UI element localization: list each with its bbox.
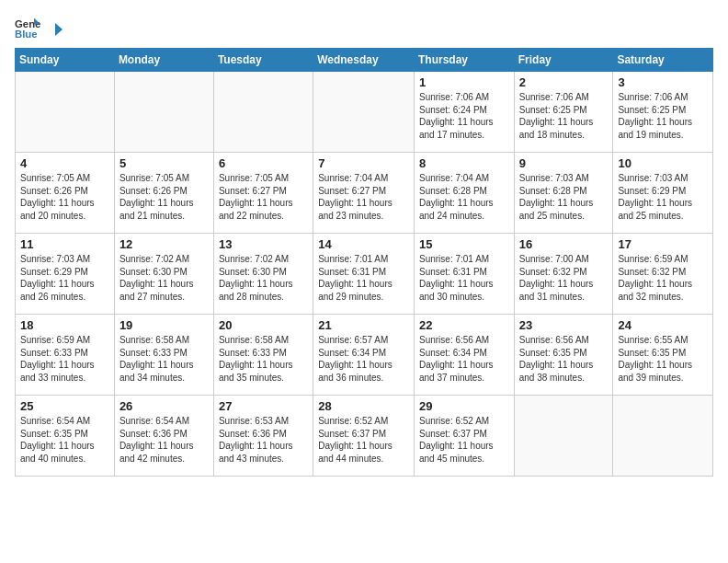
calendar-cell: 21Sunrise: 6:57 AMSunset: 6:34 PMDayligh… [313,315,415,396]
calendar-cell: 24Sunrise: 6:55 AMSunset: 6:35 PMDayligh… [613,315,713,396]
calendar-cell: 14Sunrise: 7:01 AMSunset: 6:31 PMDayligh… [313,234,415,315]
calendar-week-row: 4Sunrise: 7:05 AMSunset: 6:26 PMDaylight… [16,153,713,234]
day-number: 2 [519,75,609,89]
svg-marker-3 [55,23,63,36]
day-number: 27 [219,399,308,413]
calendar-cell: 9Sunrise: 7:03 AMSunset: 6:28 PMDaylight… [514,153,613,234]
day-info: Sunrise: 6:54 AMSunset: 6:35 PMDaylight:… [20,415,109,465]
calendar-cell [114,72,213,153]
day-number: 26 [119,399,209,413]
calendar-cell: 2Sunrise: 7:06 AMSunset: 6:25 PMDaylight… [514,72,613,153]
calendar-cell [313,72,415,153]
header-thursday: Thursday [414,49,514,72]
logo-arrow-icon [46,21,63,38]
day-number: 4 [20,156,109,170]
day-number: 13 [219,237,308,251]
day-number: 16 [519,237,609,251]
day-info: Sunrise: 7:03 AMSunset: 6:29 PMDaylight:… [20,253,109,303]
calendar-cell: 3Sunrise: 7:06 AMSunset: 6:25 PMDaylight… [613,72,713,153]
header: General Blue [15,15,713,40]
calendar-cell: 19Sunrise: 6:58 AMSunset: 6:33 PMDayligh… [114,315,213,396]
day-info: Sunrise: 7:03 AMSunset: 6:29 PMDaylight:… [618,172,708,222]
calendar-cell: 4Sunrise: 7:05 AMSunset: 6:26 PMDaylight… [16,153,115,234]
day-number: 12 [119,237,209,251]
calendar-cell: 25Sunrise: 6:54 AMSunset: 6:35 PMDayligh… [16,396,115,477]
calendar-cell: 18Sunrise: 6:59 AMSunset: 6:33 PMDayligh… [16,315,115,396]
calendar-cell: 6Sunrise: 7:05 AMSunset: 6:27 PMDaylight… [213,153,313,234]
logo: General Blue [15,15,63,40]
day-info: Sunrise: 7:02 AMSunset: 6:30 PMDaylight:… [119,253,209,303]
header-sunday: Sunday [16,49,115,72]
day-info: Sunrise: 6:56 AMSunset: 6:35 PMDaylight:… [519,334,609,384]
day-number: 23 [519,318,609,332]
header-tuesday: Tuesday [213,49,313,72]
day-number: 25 [20,399,109,413]
day-info: Sunrise: 7:05 AMSunset: 6:26 PMDaylight:… [20,172,109,222]
header-saturday: Saturday [613,49,713,72]
day-info: Sunrise: 7:04 AMSunset: 6:28 PMDaylight:… [419,172,509,222]
calendar-cell: 5Sunrise: 7:05 AMSunset: 6:26 PMDaylight… [114,153,213,234]
day-number: 10 [618,156,708,170]
calendar-cell: 22Sunrise: 6:56 AMSunset: 6:34 PMDayligh… [414,315,514,396]
calendar-cell: 23Sunrise: 6:56 AMSunset: 6:35 PMDayligh… [514,315,613,396]
header-wednesday: Wednesday [313,49,415,72]
day-info: Sunrise: 7:00 AMSunset: 6:32 PMDaylight:… [519,253,609,303]
day-number: 21 [318,318,409,332]
logo-icon: General Blue [15,15,40,40]
day-number: 17 [618,237,708,251]
day-number: 28 [318,399,409,413]
day-info: Sunrise: 7:04 AMSunset: 6:27 PMDaylight:… [318,172,409,222]
day-info: Sunrise: 6:52 AMSunset: 6:37 PMDaylight:… [419,415,509,465]
day-number: 3 [618,75,708,89]
day-info: Sunrise: 6:59 AMSunset: 6:33 PMDaylight:… [20,334,109,384]
day-info: Sunrise: 6:57 AMSunset: 6:34 PMDaylight:… [318,334,409,384]
header-friday: Friday [514,49,613,72]
day-number: 5 [119,156,209,170]
day-info: Sunrise: 7:01 AMSunset: 6:31 PMDaylight:… [419,253,509,303]
day-info: Sunrise: 6:56 AMSunset: 6:34 PMDaylight:… [419,334,509,384]
calendar-cell: 28Sunrise: 6:52 AMSunset: 6:37 PMDayligh… [313,396,415,477]
calendar-cell: 13Sunrise: 7:02 AMSunset: 6:30 PMDayligh… [213,234,313,315]
calendar-cell: 11Sunrise: 7:03 AMSunset: 6:29 PMDayligh… [16,234,115,315]
day-info: Sunrise: 6:58 AMSunset: 6:33 PMDaylight:… [119,334,209,384]
day-info: Sunrise: 6:54 AMSunset: 6:36 PMDaylight:… [119,415,209,465]
calendar-week-row: 1Sunrise: 7:06 AMSunset: 6:24 PMDaylight… [16,72,713,153]
day-number: 15 [419,237,509,251]
day-number: 6 [219,156,308,170]
calendar-cell [613,396,713,477]
calendar-cell [16,72,115,153]
day-number: 8 [419,156,509,170]
calendar-cell: 20Sunrise: 6:58 AMSunset: 6:33 PMDayligh… [213,315,313,396]
calendar-cell: 16Sunrise: 7:00 AMSunset: 6:32 PMDayligh… [514,234,613,315]
calendar-cell: 1Sunrise: 7:06 AMSunset: 6:24 PMDaylight… [414,72,514,153]
calendar-header-row: Sunday Monday Tuesday Wednesday Thursday… [16,49,713,72]
day-number: 19 [119,318,209,332]
day-info: Sunrise: 6:53 AMSunset: 6:36 PMDaylight:… [219,415,308,465]
day-info: Sunrise: 6:58 AMSunset: 6:33 PMDaylight:… [219,334,308,384]
calendar-cell: 17Sunrise: 6:59 AMSunset: 6:32 PMDayligh… [613,234,713,315]
calendar-cell: 12Sunrise: 7:02 AMSunset: 6:30 PMDayligh… [114,234,213,315]
calendar-week-row: 11Sunrise: 7:03 AMSunset: 6:29 PMDayligh… [16,234,713,315]
day-number: 14 [318,237,409,251]
day-info: Sunrise: 7:06 AMSunset: 6:24 PMDaylight:… [419,91,509,141]
day-number: 24 [618,318,708,332]
day-info: Sunrise: 7:06 AMSunset: 6:25 PMDaylight:… [519,91,609,141]
calendar-cell: 8Sunrise: 7:04 AMSunset: 6:28 PMDaylight… [414,153,514,234]
calendar-cell: 27Sunrise: 6:53 AMSunset: 6:36 PMDayligh… [213,396,313,477]
day-number: 7 [318,156,409,170]
day-info: Sunrise: 7:06 AMSunset: 6:25 PMDaylight:… [618,91,708,141]
day-info: Sunrise: 7:05 AMSunset: 6:27 PMDaylight:… [219,172,308,222]
day-info: Sunrise: 7:02 AMSunset: 6:30 PMDaylight:… [219,253,308,303]
day-info: Sunrise: 6:59 AMSunset: 6:32 PMDaylight:… [618,253,708,303]
day-info: Sunrise: 7:03 AMSunset: 6:28 PMDaylight:… [519,172,609,222]
day-number: 18 [20,318,109,332]
header-monday: Monday [114,49,213,72]
day-number: 9 [519,156,609,170]
day-number: 20 [219,318,308,332]
day-info: Sunrise: 7:01 AMSunset: 6:31 PMDaylight:… [318,253,409,303]
calendar-cell [514,396,613,477]
calendar-cell: 15Sunrise: 7:01 AMSunset: 6:31 PMDayligh… [414,234,514,315]
calendar-week-row: 18Sunrise: 6:59 AMSunset: 6:33 PMDayligh… [16,315,713,396]
day-number: 11 [20,237,109,251]
calendar-week-row: 25Sunrise: 6:54 AMSunset: 6:35 PMDayligh… [16,396,713,477]
